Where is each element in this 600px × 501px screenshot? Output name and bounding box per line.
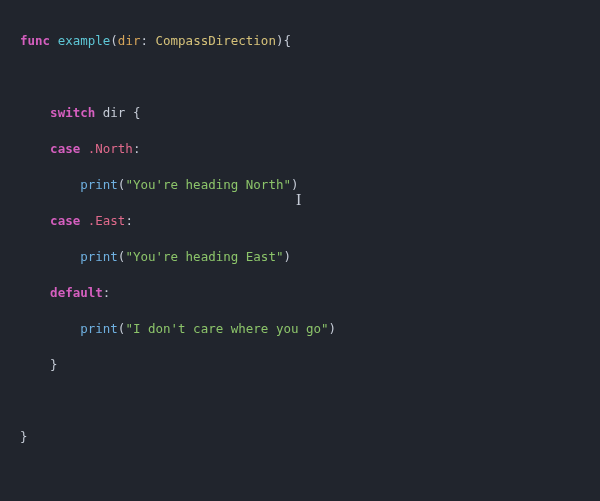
- code-line: }: [20, 428, 600, 446]
- colon: :: [140, 33, 155, 48]
- code-line: }: [20, 356, 600, 374]
- indent: [20, 105, 50, 120]
- colon: :: [133, 141, 141, 156]
- code-line: switch dir {: [20, 104, 600, 122]
- indent: [20, 213, 50, 228]
- code-line: func example(dir: CompassDirection){: [20, 32, 600, 50]
- code-line: case .East:: [20, 212, 600, 230]
- code-line: [20, 68, 600, 86]
- indent: [20, 321, 80, 336]
- keyword-default: default: [50, 285, 103, 300]
- code-line: [20, 392, 600, 410]
- function-name: example: [58, 33, 111, 48]
- keyword-case: case: [50, 141, 80, 156]
- indent: [20, 357, 50, 372]
- code-editor[interactable]: func example(dir: CompassDirection){ swi…: [0, 0, 600, 501]
- text-cursor-icon: I: [296, 192, 301, 208]
- keyword-case: case: [50, 213, 80, 228]
- print-call: print: [80, 249, 118, 264]
- space: [50, 33, 58, 48]
- close-paren: ): [329, 321, 337, 336]
- space: [95, 105, 103, 120]
- close-paren: ): [283, 249, 291, 264]
- string-literal: "You're heading East": [125, 249, 283, 264]
- print-call: print: [80, 177, 118, 192]
- string-literal: "You're heading North": [125, 177, 291, 192]
- close-paren: ): [291, 177, 299, 192]
- code-line: print("You're heading North"): [20, 176, 600, 194]
- code-line: print("You're heading East"): [20, 248, 600, 266]
- param-name: dir: [118, 33, 141, 48]
- indent: [20, 177, 80, 192]
- param-type: CompassDirection: [156, 33, 276, 48]
- code-line: print("I don't care where you go"): [20, 320, 600, 338]
- colon: :: [103, 285, 111, 300]
- string-literal: "I don't care where you go": [125, 321, 328, 336]
- close-paren-brace: ){: [276, 33, 291, 48]
- indent: [20, 249, 80, 264]
- close-brace: }: [20, 429, 28, 444]
- print-call: print: [80, 321, 118, 336]
- colon: :: [125, 213, 133, 228]
- code-line: case .North:: [20, 140, 600, 158]
- code-line: default:: [20, 284, 600, 302]
- switch-var: dir: [103, 105, 126, 120]
- keyword-switch: switch: [50, 105, 95, 120]
- open-paren: (: [110, 33, 118, 48]
- close-brace: }: [50, 357, 58, 372]
- case-value: .East: [80, 213, 125, 228]
- indent: [20, 285, 50, 300]
- indent: [20, 141, 50, 156]
- brace: {: [125, 105, 140, 120]
- keyword-func: func: [20, 33, 50, 48]
- case-value: .North: [80, 141, 133, 156]
